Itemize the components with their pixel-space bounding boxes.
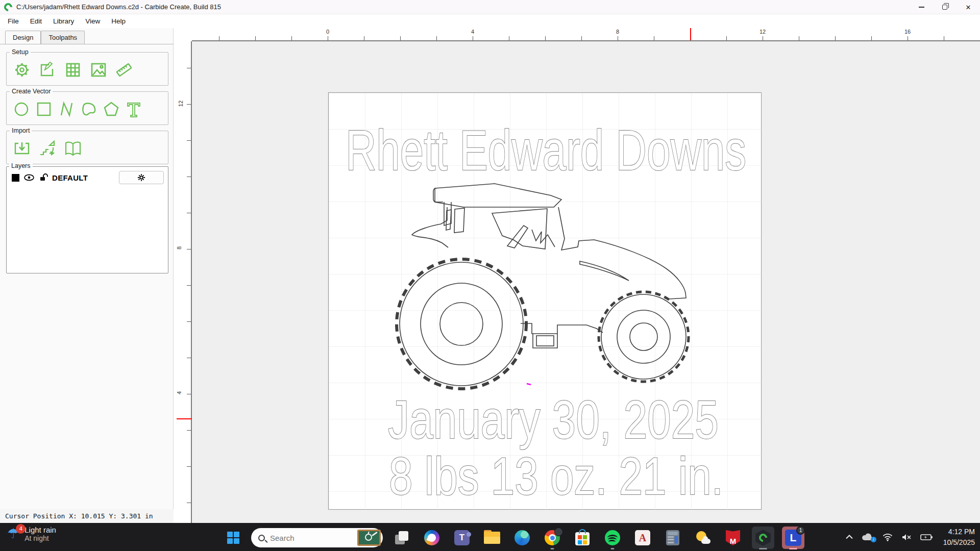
restore-button[interactable] xyxy=(933,0,957,14)
menu-edit[interactable]: Edit xyxy=(24,15,47,27)
engraving-name-text[interactable]: Rhett Edward Downs xyxy=(346,118,746,182)
menu-view[interactable]: View xyxy=(80,15,106,27)
layer-visible-eye-icon[interactable] xyxy=(23,173,35,182)
edge-icon xyxy=(514,530,530,545)
grid-button[interactable] xyxy=(63,60,83,80)
title-bar: C:/Users/jadam/Rhett Edward Downs.c2d - … xyxy=(0,0,980,14)
menu-library[interactable]: Library xyxy=(47,15,80,27)
curve-tool-button[interactable] xyxy=(79,99,99,119)
design-canvas[interactable]: Rhett Edward Downs January 30, 2025 8 lb… xyxy=(193,43,980,523)
edit-document-icon xyxy=(38,61,57,79)
l-app-badge: 1 xyxy=(796,526,805,535)
autocad-icon: A xyxy=(635,530,650,545)
weather-detail: At night xyxy=(24,534,56,542)
file-explorer-icon xyxy=(484,532,500,545)
taskbar-icon-carbide-create[interactable] xyxy=(752,527,774,549)
tab-toolpaths[interactable]: Toolpaths xyxy=(41,31,85,44)
circle-tool-button[interactable] xyxy=(12,99,31,119)
taskbar-icon-file-explorer[interactable] xyxy=(481,527,503,549)
layers-list[interactable]: DEFAULT xyxy=(6,166,168,273)
ruler-horizontal: 0 4 8 12 16 xyxy=(192,28,980,41)
taskbar-icon-l-app[interactable]: L 1 xyxy=(782,527,804,549)
cursor-y-marker xyxy=(177,418,192,419)
ruler-corner xyxy=(174,28,192,41)
windows-logo-icon xyxy=(227,532,239,544)
status-bar: Cursor Position X: 10.015 Y: 3.301 in xyxy=(0,509,174,523)
onedrive-info-badge: i xyxy=(871,537,876,542)
ruler-vertical: 12 8 4 xyxy=(174,41,192,523)
taskbar-icon-autocad[interactable]: A xyxy=(631,527,654,549)
create-vector-group: Create Vector xyxy=(6,88,168,125)
carbide-create-icon xyxy=(755,530,771,546)
tab-design[interactable]: Design xyxy=(5,31,41,44)
search-input[interactable] xyxy=(270,534,347,542)
start-button[interactable] xyxy=(223,528,243,548)
taskbar-icon-spotify[interactable] xyxy=(601,527,624,549)
taskbar-icon-microsoft-store[interactable] xyxy=(571,527,594,549)
import-file-button[interactable] xyxy=(12,138,32,159)
taskbar-icon-mcafee[interactable]: M xyxy=(722,527,744,549)
layer-color-swatch[interactable] xyxy=(12,174,19,182)
ruler-tick-label: 4 xyxy=(471,29,474,35)
running-indicator xyxy=(611,548,615,549)
tray-battery-icon[interactable] xyxy=(920,534,933,541)
microsoft-store-icon xyxy=(575,532,590,545)
menu-help[interactable]: Help xyxy=(106,15,131,27)
import-file-icon xyxy=(13,139,31,158)
layer-settings-button[interactable] xyxy=(119,171,164,184)
window-title: C:/Users/jadam/Rhett Edward Downs.c2d - … xyxy=(16,3,221,11)
tray-chevron-up-icon[interactable] xyxy=(846,535,853,539)
ruler-tick-label: 4 xyxy=(176,391,182,394)
active-indicator xyxy=(759,548,767,549)
text-tool-button[interactable] xyxy=(124,99,143,119)
search-daily-image[interactable] xyxy=(357,530,381,546)
ruler-tick-label: 16 xyxy=(904,29,911,35)
calculator-icon xyxy=(666,530,679,545)
taskbar-icon-calculator[interactable] xyxy=(662,527,684,549)
layers-group-label: Layers xyxy=(9,162,33,169)
taskbar-icon-task-view[interactable] xyxy=(390,527,413,549)
tray-volume-muted-icon[interactable] xyxy=(901,533,912,541)
layer-unlocked-icon[interactable] xyxy=(39,173,48,182)
background-image-button[interactable] xyxy=(88,60,109,80)
edit-document-button[interactable] xyxy=(37,60,58,80)
taskbar-weather-widget[interactable]: ☂ 4 Light rain At night xyxy=(7,525,56,542)
tray-onedrive-cloud-icon[interactable]: i xyxy=(862,533,874,541)
ruler-tick-label: 0 xyxy=(326,29,329,35)
polyline-tool-button[interactable] xyxy=(57,99,76,119)
design-page[interactable]: Rhett Edward Downs January 30, 2025 8 lb… xyxy=(328,92,762,510)
taskbar-icon-teams[interactable]: T xyxy=(451,527,473,549)
clock[interactable]: 4:12 PM 10/5/2025 xyxy=(943,527,975,547)
engraving-stats-text[interactable]: 8 lbs 13 oz. 21 in. xyxy=(389,446,723,506)
library-book-icon xyxy=(64,139,82,158)
taskbar-icon-copilot[interactable] xyxy=(421,527,443,549)
taskbar-search-box[interactable] xyxy=(251,528,383,547)
job-setup-button[interactable] xyxy=(12,60,32,80)
rectangle-tool-button[interactable] xyxy=(34,99,54,119)
weather-app-icon xyxy=(695,530,710,545)
taskbar-icon-chrome[interactable] xyxy=(541,527,564,549)
ruler-tick-label: 8 xyxy=(616,29,619,35)
taskbar-icon-edge[interactable] xyxy=(511,527,533,549)
carbide-create-logo-icon xyxy=(3,1,14,13)
text-tool-icon xyxy=(125,100,143,118)
engraving-date-text[interactable]: January 30, 2025 xyxy=(388,389,719,449)
measure-button[interactable] xyxy=(114,60,134,80)
layer-row-default[interactable]: DEFAULT xyxy=(7,167,168,184)
umbrella-weather-icon: ☂ 4 xyxy=(7,527,19,541)
polygon-tool-button[interactable] xyxy=(102,99,121,119)
cursor-x-marker xyxy=(690,28,691,40)
l-app-icon: L 1 xyxy=(785,530,801,546)
tray-wifi-icon[interactable] xyxy=(883,533,893,541)
ruler-tick-label: 8 xyxy=(176,246,182,249)
ruler-tick-label: 12 xyxy=(178,101,184,107)
taskbar-icon-weather-app[interactable] xyxy=(692,527,714,549)
trace-image-button[interactable] xyxy=(37,138,58,159)
minimize-button[interactable] xyxy=(910,0,933,14)
active-indicator xyxy=(789,548,797,549)
menu-file[interactable]: File xyxy=(2,15,24,27)
close-button[interactable]: ✕ xyxy=(957,0,980,14)
job-setup-gear-icon xyxy=(13,61,31,79)
curve-tool-icon xyxy=(80,100,98,118)
shape-library-button[interactable] xyxy=(63,138,83,159)
